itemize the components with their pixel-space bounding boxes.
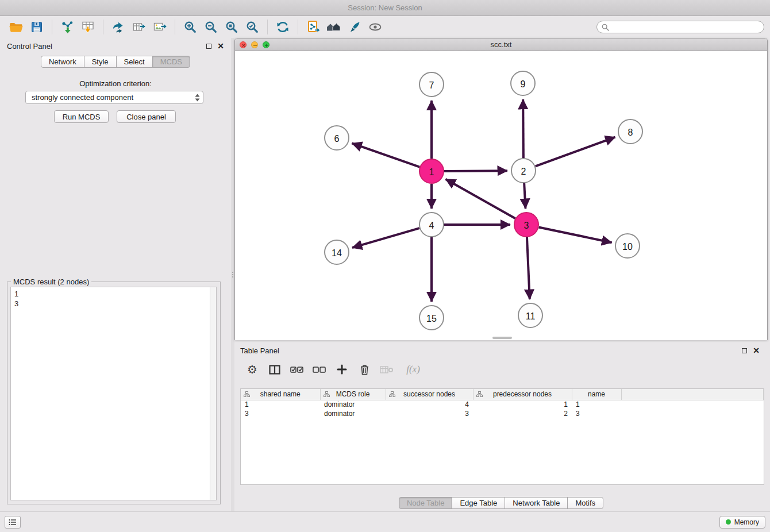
export-table-button[interactable] <box>129 18 149 36</box>
list-icon <box>9 519 17 526</box>
graph-node-label: 2 <box>521 167 526 176</box>
task-history-button[interactable] <box>5 516 21 529</box>
document-network-button[interactable] <box>303 18 324 36</box>
open-session-button[interactable] <box>6 18 26 36</box>
graph-edge-4-14[interactable] <box>352 228 419 248</box>
memory-button[interactable]: Memory <box>719 516 765 529</box>
graph-node-11[interactable]: 11 <box>518 303 542 327</box>
column-header-shared-name[interactable]: shared name <box>241 389 320 400</box>
save-session-button[interactable] <box>26 18 47 36</box>
zoom-selected-button[interactable] <box>242 18 263 36</box>
graph-edge-1-2[interactable] <box>444 171 507 171</box>
search-icon <box>602 24 609 31</box>
float-table-panel-icon[interactable] <box>742 348 747 353</box>
graph-node-4[interactable]: 4 <box>419 213 444 237</box>
float-panel-icon[interactable] <box>206 44 211 49</box>
show-hide-button[interactable] <box>365 18 386 36</box>
search-input[interactable] <box>612 23 759 31</box>
close-panel-icon[interactable]: ✕ <box>217 42 224 50</box>
export-image-button[interactable] <box>149 18 170 36</box>
table-panel: Table Panel ✕ ⚙ <box>234 342 768 511</box>
import-network-button[interactable] <box>57 18 78 36</box>
deselect-all-button[interactable] <box>311 361 328 378</box>
graph-node-6[interactable]: 6 <box>325 126 349 150</box>
column-header-successor-nodes[interactable]: successor nodes <box>386 389 473 400</box>
table-settings-button[interactable]: ⚙ <box>244 361 261 378</box>
tab-select[interactable]: Select <box>116 56 153 68</box>
window-minimize-button[interactable] <box>251 41 258 48</box>
graph-edge-2-9[interactable] <box>523 99 523 158</box>
run-mcds-button[interactable]: Run MCDS <box>54 110 109 123</box>
fx-icon: f(x) <box>406 364 420 375</box>
canvas-hscrollbar[interactable] <box>492 337 512 339</box>
table-row[interactable]: 1dominator411 <box>241 400 764 409</box>
graph-edge-2-8[interactable] <box>536 137 615 167</box>
import-table-button[interactable] <box>78 18 98 36</box>
add-column-button[interactable] <box>333 361 351 378</box>
graph-node-2[interactable]: 2 <box>511 159 536 183</box>
table-row[interactable]: 3dominator323 <box>241 409 764 418</box>
tab-mcds[interactable]: MCDS <box>152 56 190 68</box>
graph-node-label: 7 <box>429 80 434 90</box>
mcds-result-lines: 13 <box>14 289 213 309</box>
node-table-body: 1dominator4113dominator323 <box>241 400 764 418</box>
graph-node-15[interactable]: 15 <box>419 306 444 330</box>
delete-column-button[interactable] <box>378 361 395 378</box>
show-columns-button[interactable] <box>266 361 283 378</box>
tab-node-table[interactable]: Node Table <box>399 497 453 509</box>
zoom-out-button[interactable] <box>201 18 221 36</box>
tab-network[interactable]: Network <box>41 56 84 68</box>
function-builder-button[interactable]: f(x) <box>401 361 426 378</box>
graph-node-10[interactable]: 10 <box>615 234 640 258</box>
graph-node-3[interactable]: 3 <box>514 213 538 237</box>
network-window-titlebar[interactable]: scc.txt <box>235 38 767 51</box>
column-header-predecessor-nodes[interactable]: predecessor nodes <box>473 389 572 400</box>
graph-node-1[interactable]: 1 <box>419 159 444 183</box>
refresh-button[interactable] <box>272 18 293 36</box>
graph-node-8[interactable]: 8 <box>618 119 642 144</box>
mcds-result-text: 13 <box>10 287 217 500</box>
graph-edge-2-3[interactable] <box>524 183 525 209</box>
select-all-button[interactable] <box>288 361 306 378</box>
open-folder-icon <box>9 21 24 33</box>
graph-node-9[interactable]: 9 <box>511 71 535 95</box>
zoom-out-icon <box>204 20 218 34</box>
zoom-fit-button[interactable] <box>221 18 242 36</box>
criterion-dropdown[interactable]: strongly connected component <box>25 91 203 104</box>
tab-style[interactable]: Style <box>84 56 117 68</box>
window-close-button[interactable] <box>240 41 247 48</box>
tab-motifs[interactable]: Motifs <box>567 497 603 509</box>
close-table-panel-icon[interactable]: ✕ <box>753 346 760 354</box>
network-canvas[interactable]: 7968124314101511 <box>235 51 767 340</box>
export-table-icon <box>132 20 147 34</box>
column-header-filler <box>621 389 764 400</box>
close-panel-button[interactable]: Close panel <box>117 110 176 123</box>
node-table: shared name MCDS role successor nodes pr… <box>240 388 764 485</box>
tab-edge-table[interactable]: Edge Table <box>452 497 505 509</box>
delete-row-button[interactable] <box>356 361 373 378</box>
style-brush-button[interactable] <box>344 18 365 36</box>
tab-network-table[interactable]: Network Table <box>505 497 568 509</box>
mcds-result-group: MCDS result (2 nodes) 13 <box>7 282 221 504</box>
export-network-button[interactable] <box>108 18 129 36</box>
column-header-name[interactable]: name <box>572 389 621 400</box>
graph-edge-3-11[interactable] <box>527 237 530 299</box>
home-button[interactable] <box>324 18 344 36</box>
result-scrollbar[interactable] <box>210 287 216 500</box>
graph-node-label: 8 <box>628 128 633 137</box>
main-toolbar <box>0 16 770 38</box>
graph-node-label: 11 <box>526 311 536 321</box>
graph-edge-3-1[interactable] <box>445 179 515 219</box>
graph-edge-1-6[interactable] <box>352 143 419 167</box>
column-header-mcds-role[interactable]: MCDS role <box>320 389 386 400</box>
attribute-tree-icon <box>244 391 250 397</box>
attribute-tree-icon <box>389 391 395 397</box>
global-search[interactable] <box>596 21 764 33</box>
window-zoom-button[interactable] <box>263 41 270 48</box>
zoom-in-button[interactable] <box>180 18 201 36</box>
graph-edge-3-10[interactable] <box>539 228 612 243</box>
graph-node-14[interactable]: 14 <box>325 240 349 264</box>
export-network-icon <box>111 20 126 34</box>
toolbar-separator <box>267 20 268 34</box>
graph-node-7[interactable]: 7 <box>419 72 444 97</box>
